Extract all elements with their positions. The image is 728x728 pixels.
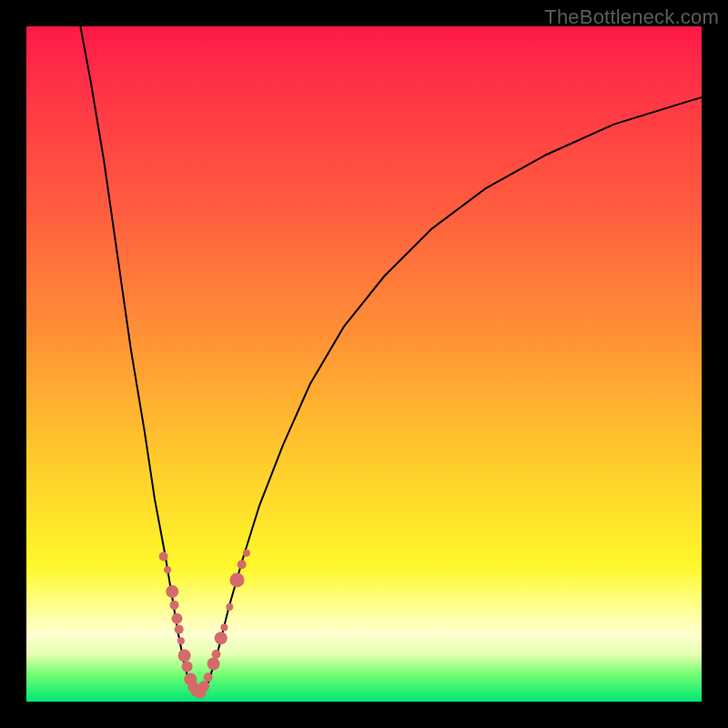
data-marker <box>178 650 191 662</box>
watermark-text: TheBottleneck.com <box>544 5 719 29</box>
data-marker <box>191 687 200 696</box>
data-markers <box>159 550 250 699</box>
data-marker <box>171 613 182 624</box>
bottleneck-curve <box>80 26 702 695</box>
data-marker <box>207 657 220 670</box>
data-marker <box>198 681 209 692</box>
data-marker <box>182 661 193 672</box>
data-marker <box>204 672 213 682</box>
data-marker <box>164 566 171 573</box>
chart-frame: TheBottleneck.com <box>0 0 728 728</box>
data-marker <box>177 637 185 644</box>
data-marker <box>226 603 233 611</box>
data-marker <box>184 673 197 686</box>
data-marker <box>230 572 245 587</box>
data-marker <box>175 625 184 634</box>
data-marker <box>238 560 247 569</box>
chart-plot-area <box>26 26 702 702</box>
data-marker <box>215 632 228 644</box>
data-marker <box>170 601 179 610</box>
data-marker <box>194 686 207 699</box>
chart-svg <box>26 26 702 702</box>
data-marker <box>187 682 198 693</box>
data-marker <box>243 550 250 557</box>
data-marker <box>220 623 228 631</box>
data-marker <box>166 585 178 598</box>
data-marker <box>159 551 168 561</box>
data-marker <box>212 650 221 659</box>
